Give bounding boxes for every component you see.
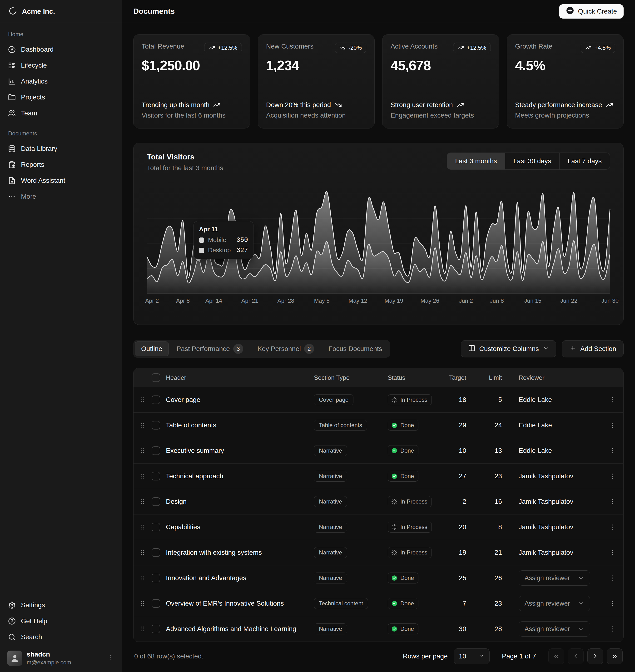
tab-past-performance[interactable]: Past Performance3 xyxy=(170,341,250,356)
sidebar-item-lifecycle[interactable]: Lifecycle xyxy=(4,58,118,73)
chart-x-axis: Apr 2Apr 8Apr 14Apr 21Apr 28May 5May 12M… xyxy=(147,297,610,308)
target-cell[interactable]: 2 xyxy=(446,498,474,506)
row-header-cell[interactable]: Technical approach xyxy=(166,472,314,480)
target-cell[interactable]: 29 xyxy=(446,421,474,429)
first-page-button[interactable] xyxy=(548,648,564,664)
row-header-cell[interactable]: Design xyxy=(166,498,314,506)
row-header-cell[interactable]: Executive summary xyxy=(166,447,314,454)
table-row: Overview of EMR's Innovative SolutionsTe… xyxy=(133,590,623,616)
drag-handle[interactable] xyxy=(133,498,152,505)
drag-handle[interactable] xyxy=(133,523,152,531)
customize-columns-button[interactable]: Customize Columns xyxy=(461,340,556,357)
row-checkbox[interactable] xyxy=(152,523,160,531)
rows-per-page-select[interactable]: 10 xyxy=(454,648,489,664)
row-actions-menu[interactable] xyxy=(602,549,623,556)
sidebar-item-analytics[interactable]: Analytics xyxy=(4,74,118,89)
last-page-button[interactable] xyxy=(607,648,622,664)
row-header-cell[interactable]: Capabilities xyxy=(166,523,314,531)
sidebar-item-data-library[interactable]: Data Library xyxy=(4,141,118,156)
tab-key-personnel[interactable]: Key Personnel2 xyxy=(251,341,321,356)
row-checkbox[interactable] xyxy=(152,421,160,429)
next-page-button[interactable] xyxy=(587,648,603,664)
limit-cell[interactable]: 24 xyxy=(474,421,509,429)
add-section-button[interactable]: Add Section xyxy=(562,340,623,357)
sidebar-item-team[interactable]: Team xyxy=(4,106,118,121)
row-checkbox[interactable] xyxy=(152,625,160,633)
range-option-last-30-days[interactable]: Last 30 days xyxy=(505,153,559,170)
target-cell[interactable]: 20 xyxy=(446,523,474,531)
limit-cell[interactable]: 21 xyxy=(474,549,509,556)
target-cell[interactable]: 25 xyxy=(446,574,474,582)
sidebar-item-dashboard[interactable]: Dashboard xyxy=(4,42,118,57)
row-actions-menu[interactable] xyxy=(602,422,623,429)
row-actions-menu[interactable] xyxy=(602,600,623,607)
tab-outline[interactable]: Outline xyxy=(135,341,169,356)
sidebar-item-get-help[interactable]: Get Help xyxy=(4,614,118,628)
target-cell[interactable]: 7 xyxy=(446,600,474,607)
target-cell[interactable]: 10 xyxy=(446,447,474,454)
range-option-last-3-months[interactable]: Last 3 months xyxy=(447,153,505,170)
range-option-last-7-days[interactable]: Last 7 days xyxy=(559,153,610,170)
quick-create-button[interactable]: Quick Create xyxy=(559,4,623,19)
drag-handle[interactable] xyxy=(133,600,152,607)
drag-handle[interactable] xyxy=(133,625,152,632)
row-checkbox[interactable] xyxy=(152,599,160,608)
drag-handle[interactable] xyxy=(133,473,152,480)
row-header-cell[interactable]: Innovation and Advantages xyxy=(166,574,314,582)
row-actions-menu[interactable] xyxy=(602,523,623,531)
limit-cell[interactable]: 26 xyxy=(474,574,509,582)
row-header-cell[interactable]: Advanced Algorithms and Machine Learning xyxy=(166,625,314,633)
row-actions-menu[interactable] xyxy=(602,473,623,480)
tab-focus-documents[interactable]: Focus Documents xyxy=(322,341,389,356)
row-header-cell[interactable]: Overview of EMR's Innovative Solutions xyxy=(166,600,314,607)
previous-page-button[interactable] xyxy=(568,648,584,664)
sidebar-item-search[interactable]: Search xyxy=(4,630,118,644)
limit-cell[interactable]: 16 xyxy=(474,498,509,506)
row-actions-menu[interactable] xyxy=(602,447,623,454)
target-cell[interactable]: 18 xyxy=(446,396,474,404)
row-checkbox[interactable] xyxy=(152,574,160,582)
row-checkbox[interactable] xyxy=(152,396,160,404)
limit-cell[interactable]: 8 xyxy=(474,523,509,531)
drag-handle[interactable] xyxy=(133,396,152,403)
limit-cell[interactable]: 23 xyxy=(474,472,509,480)
limit-cell[interactable]: 28 xyxy=(474,625,509,633)
sidebar-item-more[interactable]: More xyxy=(4,189,118,204)
drag-handle[interactable] xyxy=(133,575,152,582)
select-all-checkbox[interactable] xyxy=(152,373,160,382)
drag-handle[interactable] xyxy=(133,447,152,454)
sidebar-item-settings[interactable]: Settings xyxy=(4,598,118,612)
limit-cell[interactable]: 23 xyxy=(474,600,509,607)
sidebar-item-word-assistant[interactable]: Word Assistant xyxy=(4,173,118,188)
row-checkbox[interactable] xyxy=(152,446,160,455)
drag-handle[interactable] xyxy=(133,422,152,429)
limit-cell[interactable]: 13 xyxy=(474,447,509,454)
row-actions-menu[interactable] xyxy=(602,396,623,403)
row-checkbox[interactable] xyxy=(152,548,160,557)
row-checkbox[interactable] xyxy=(152,472,160,480)
row-actions-menu[interactable] xyxy=(602,575,623,582)
kebab-icon xyxy=(609,600,616,607)
target-cell[interactable]: 27 xyxy=(446,472,474,480)
stat-card-footer-main: Steady performance increase xyxy=(515,101,615,109)
stat-card-top: Growth Rate+4.5% xyxy=(515,43,615,53)
sidebar-item-projects[interactable]: Projects xyxy=(4,90,118,105)
assign-reviewer-select[interactable]: Assign reviewer xyxy=(519,596,590,611)
limit-cell[interactable]: 5 xyxy=(474,396,509,404)
row-actions-menu[interactable] xyxy=(602,498,623,505)
user-menu[interactable]: shadcn m@example.com xyxy=(4,648,118,669)
assign-reviewer-select[interactable]: Assign reviewer xyxy=(519,621,590,636)
drag-handle[interactable] xyxy=(133,549,152,556)
row-actions-menu[interactable] xyxy=(602,625,623,632)
target-cell[interactable]: 19 xyxy=(446,549,474,556)
row-checkbox[interactable] xyxy=(152,497,160,506)
row-header-cell[interactable]: Integration with existing systems xyxy=(166,549,314,556)
row-header-cell[interactable]: Cover page xyxy=(166,396,314,404)
check-circle-icon xyxy=(391,448,397,454)
assign-reviewer-select[interactable]: Assign reviewer xyxy=(519,570,590,586)
sidebar-header[interactable]: Acme Inc. xyxy=(0,0,122,23)
row-header-cell[interactable]: Table of contents xyxy=(166,421,314,429)
user-menu-kebab[interactable] xyxy=(107,654,114,662)
target-cell[interactable]: 30 xyxy=(446,625,474,633)
sidebar-item-reports[interactable]: Reports xyxy=(4,157,118,172)
